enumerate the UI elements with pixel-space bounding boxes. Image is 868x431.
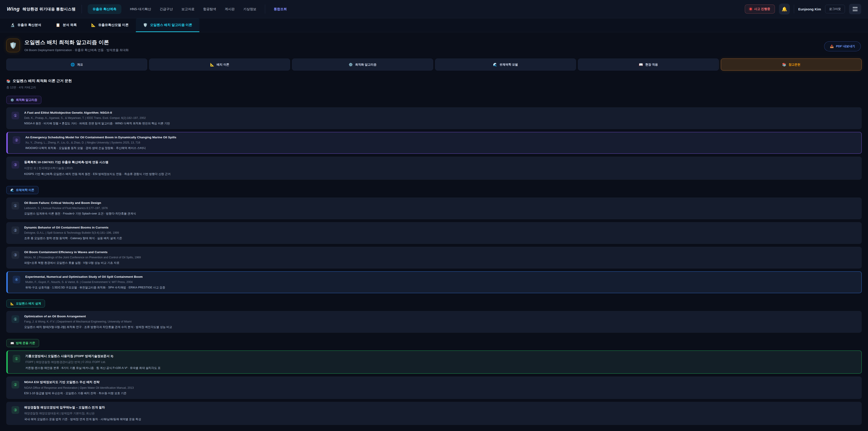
user-name: Eunjeong Kim <box>798 7 821 11</box>
nav-divider <box>265 4 265 13</box>
incident-label: 사고 진행중 <box>754 7 770 11</box>
reference-number-badge: ① <box>11 112 19 119</box>
reference-number-badge: ④ <box>13 276 20 283</box>
download-tray-icon: 📥 <box>830 44 834 48</box>
tab-label: 분석 목록 <box>63 23 76 27</box>
reference-number-badge: ③ <box>11 406 19 414</box>
reference-description: ESI 1-10 등급별 방제 우선순위 · 오일펜스 가중 배치 전략 · 취… <box>24 392 134 395</box>
section-tab-label: 참고문헌 <box>789 63 800 67</box>
reference-description: IMOGWO 다목적 최적화 · 오일필름 동적 모델 · 경제·생태 손실 정… <box>25 146 176 150</box>
reference-meta: Muttin, F., Guyot, F., Nouchi, S. & Vari… <box>25 280 165 284</box>
reference-meta: Wicks, M. | Proceedings of the Joint Con… <box>24 256 141 259</box>
pdf-export-button[interactable]: 📥 PDF 내보내기 <box>824 41 861 51</box>
reference-description: 오일펜스 배치 형태(V형·U형·J형) 최적화 연구 · 조류 방향각과 차단… <box>24 325 172 329</box>
microscope-icon: 🔬 <box>10 23 15 27</box>
category-response-operation-standards: 📖 방제 운용 기준 ① 기름오염방제시 오일펜스 사용지침 (ITOPF 방제… <box>6 339 862 425</box>
page-tabbar: 🔬 유출유 확산분석 📋 분석 목록 📐 유출유확산모델 이론 🛡️ 오일펜스 … <box>0 18 868 32</box>
reference-title: 해양경찰청 해양오염방제 업무매뉴얼 – 오일펜스 전개 절차 <box>24 405 141 409</box>
hamburger-menu-button[interactable] <box>849 4 861 14</box>
nav-item-reports[interactable]: 보고자료 <box>182 7 195 11</box>
reference-title: 등록특허 10-1567431 기반 유출유 확산예측-방제 연동 시스템 <box>24 160 170 164</box>
header-divider <box>794 5 794 13</box>
category-cards: ① 기름오염방제시 오일펜스 사용지침 (ITOPF 방제기술정보문서 3) I… <box>6 350 862 425</box>
nav-item-integrated-search[interactable]: 통합조회 <box>274 7 287 11</box>
reference-meta: Deb, K., Pratap, A., Agarwal, S., & Meya… <box>24 116 170 120</box>
tab-label: 유출유 확산분석 <box>18 23 41 27</box>
section-tabs: 🌐 개요 📐 배치 이론 ⚙️ 최적화 알고리즘 🌊 유체역학 모델 📖 현장 … <box>6 59 862 70</box>
references-summary: 총 12편 · 4개 카테고리 <box>6 86 862 90</box>
reference-description: 국내 해역 오일펜스 운용 법적 기준 · 방제정 연계 전개 절차 · 서해/… <box>24 418 141 421</box>
reference-meta: Leibovich, S. | Annual Review of Fluid M… <box>24 207 136 210</box>
reference-card[interactable]: ③ 해양경찰청 해양오염방제 업무매뉴얼 – 오일펜스 전개 절차 해양경찰청 … <box>6 402 862 425</box>
clipboard-icon: 📋 <box>56 23 60 27</box>
section-tab-hydrodynamics-model[interactable]: 🌊 유체역학 모델 <box>435 59 576 70</box>
nav-item-emergency-rescue[interactable]: 긴급구난 <box>160 7 173 11</box>
tab-diffusion-model-theory[interactable]: 📐 유출유확산모델 이론 <box>84 18 136 32</box>
nav-item-weather-info[interactable]: 기상정보 <box>243 7 256 11</box>
app-header: Wing 해양환경 위기대응 통합시스템 유출유 확산예측 HNS·대기확산 긴… <box>0 0 868 18</box>
category-badge: 📐 오일펜스 배치 설계 <box>6 300 45 308</box>
wave-icon: 🌊 <box>493 63 497 67</box>
section-tab-references[interactable]: 📚 참고문헌 <box>721 59 862 70</box>
reference-meta: Fang, J. & Wong, K.-F.V. | Department of… <box>24 320 172 323</box>
reference-meta: Xu, Y., Zhang, L., Zheng, P., Liu, G., &… <box>25 141 176 144</box>
reference-number-badge: ③ <box>11 251 19 259</box>
tab-oil-boom-algorithm-theory[interactable]: 🛡️ 오일펜스 배치 알고리즘 이론 <box>136 18 199 32</box>
reference-card-highlighted[interactable]: ④ Experimental, Numerical and Optimisati… <box>6 271 862 293</box>
nav-item-oil-spill-prediction[interactable]: 유출유 확산예측 <box>88 4 122 14</box>
reference-title: An Emergency Scheduling Model for Oil Co… <box>25 135 176 139</box>
reference-card-highlighted[interactable]: ① 기름오염방제시 오일펜스 사용지침 (ITOPF 방제기술정보문서 3) I… <box>6 350 862 374</box>
reference-meta: 해양경찰청 해양오염대응국 | 방제업무 기본지침, 최신판 <box>24 411 141 415</box>
logout-button[interactable]: 로그아웃 <box>825 5 845 13</box>
menu-icon <box>852 7 858 8</box>
reference-description: KOSPS 기반 확산예측-오일펜스 배치 연동 체계 원전 · ESI 방제정… <box>24 172 170 176</box>
nav-item-aerial-search[interactable]: 항공탐색 <box>203 7 216 11</box>
reference-card[interactable]: ① Optimization of an Oil Boom Arrangemen… <box>6 311 862 333</box>
section-tab-deployment-theory[interactable]: 📐 배치 이론 <box>149 59 290 70</box>
reference-number-badge: ① <box>11 202 19 210</box>
reference-card[interactable]: ② NOAA ESI 방제정보지도 기반 오일펜스 우선 배치 전략 NOAA … <box>6 376 862 399</box>
category-boom-deployment-design: 📐 오일펜스 배치 설계 ① Optimization of an Oil Bo… <box>6 300 862 333</box>
nav-item-hns-air-diffusion[interactable]: HNS·대기확산 <box>130 7 151 11</box>
notifications-button[interactable]: 🔔 <box>779 4 790 14</box>
reference-card[interactable]: ③ 등록특허 10-1567431 기반 유출유 확산예측-방제 연동 시스템 … <box>6 157 862 180</box>
references-heading-label: 오일펜스 배치 최적화 이론 근거 문헌 <box>13 79 72 83</box>
triangle-ruler-icon: 📐 <box>91 23 96 27</box>
bell-icon: 🔔 <box>782 6 787 12</box>
tab-label: 유출유확산모델 이론 <box>98 23 129 27</box>
reference-title: Oil Boom Failure: Critical Velocity and … <box>24 201 136 205</box>
tab-label: 오일펜스 배치 알고리즘 이론 <box>150 23 192 27</box>
nav-item-board[interactable]: 게시판 <box>225 7 235 11</box>
reference-card-highlighted[interactable]: ② An Emergency Scheduling Model for Oil … <box>6 132 862 154</box>
triangle-ruler-icon: 📐 <box>210 63 215 67</box>
reference-card[interactable]: ② Dynamic Behavior of Oil Containment Bo… <box>6 222 862 244</box>
section-tab-optimization-algorithm[interactable]: ⚙️ 최적화 알고리즘 <box>292 59 433 70</box>
logo-wing-icon: Wing <box>7 6 20 12</box>
reference-meta: Delvigne, G.A.L. | Spill Science & Techn… <box>24 231 122 235</box>
section-tab-field-application[interactable]: 📖 현장 적용 <box>578 59 719 70</box>
shield-icon: 🛡️ <box>9 42 17 49</box>
tab-analysis-list[interactable]: 📋 분석 목록 <box>49 18 84 32</box>
reference-card[interactable]: ③ Oil Boom Containment Efficiency in Wav… <box>6 247 862 269</box>
section-tab-label: 배치 이론 <box>217 63 229 67</box>
reference-description: 오일펜스 임계유속 이론 원전 · Froude수 기반 Splash-over… <box>24 212 136 216</box>
app-logo: Wing 해양환경 위기대응 통합시스템 <box>7 6 76 12</box>
section-tab-overview[interactable]: 🌐 개요 <box>6 59 147 70</box>
category-cards: ① Oil Boom Failure: Critical Velocity an… <box>6 197 862 293</box>
pdf-export-label: PDF 내보내기 <box>836 44 855 49</box>
reference-meta: NOAA Office of Response and Restoration … <box>24 386 134 390</box>
header-divider <box>82 5 82 13</box>
system-title: 해양환경 위기대응 통합시스템 <box>23 6 76 12</box>
category-label: 최적화 알고리즘 <box>16 98 37 102</box>
reference-card[interactable]: ① Oil Boom Failure: Critical Velocity an… <box>6 197 862 219</box>
reference-description: 커튼형·펜스형·해안용 분류 · 6가지 기름 유실 메커니즘 · 힘 계산 공… <box>25 366 160 370</box>
reference-number-badge: ② <box>11 381 19 389</box>
tab-spill-diffusion-analysis[interactable]: 🔬 유출유 확산분석 <box>3 18 49 32</box>
reference-meta: ITOPF | 해양경찰청·해양환경관리공단 번역 | © 2011 ITOPF… <box>25 360 160 364</box>
main-nav: 유출유 확산예측 HNS·대기확산 긴급구난 보고자료 항공탐색 게시판 기상정… <box>88 4 287 14</box>
reference-meta: 이문진 외 | 한국해양과학기술원 | 2015 <box>24 166 170 170</box>
reference-number-badge: ① <box>13 355 20 363</box>
category-badge: 📖 방제 운용 기준 <box>6 339 39 347</box>
reference-card[interactable]: ① A Fast and Elitist Multiobjective Gene… <box>6 107 862 129</box>
reference-number-badge: ① <box>11 315 19 323</box>
